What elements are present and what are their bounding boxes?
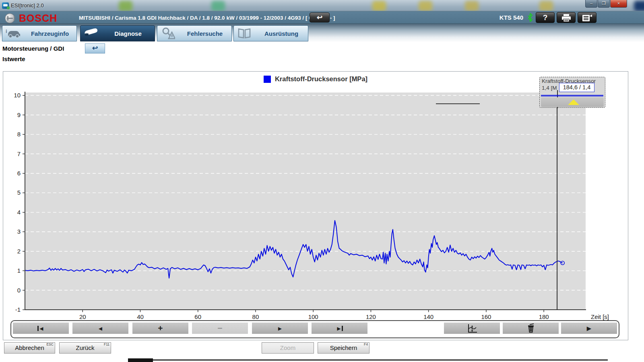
help-button[interactable]: ? (536, 12, 555, 23)
desktop-blob (372, 1, 386, 11)
x-tick-label: 180 (539, 313, 549, 320)
breadcrumb-system: Motorsteuerung / GDI (2, 45, 64, 52)
close-button[interactable]: × (610, 0, 627, 8)
x-tick-label: 60 (194, 313, 201, 320)
protocol-button[interactable] (578, 12, 597, 23)
svg-text:i: i (6, 28, 7, 34)
skip-start-icon: ◄ (39, 325, 45, 331)
device-label: KTS 540 (500, 14, 523, 21)
zoom-button[interactable]: Zoom (262, 342, 314, 354)
hotkey-label: F4 (364, 343, 368, 346)
desktop-blob (211, 1, 225, 11)
hotkey-label: F11 (104, 343, 109, 346)
taskbar-edge-line (153, 359, 608, 361)
chart-canvas: 109876543210-120406080100120140160180Zei… (3, 72, 628, 340)
x-axis-title: Zeit [s] (591, 313, 609, 320)
desktop-blob (119, 1, 132, 11)
chart-toolbar: ◄ ◄ + − ► ► (10, 320, 619, 338)
zoom-in-button[interactable]: + (132, 323, 188, 334)
tab-fehlersuche[interactable]: Fehlersuche (157, 25, 232, 41)
arrow-left-icon: ◄ (97, 325, 103, 331)
vehicle-info: MITSUBISHI / Carisma 1.8 GDI Hatchback /… (79, 15, 335, 21)
go-first-button[interactable]: ◄ (13, 323, 69, 334)
hotkey-label: ESC (47, 343, 54, 346)
button-label: Zurück (76, 344, 95, 351)
search-warning-icon (157, 27, 178, 39)
x-tick-label: 40 (137, 313, 144, 320)
plus-icon: + (158, 324, 163, 332)
tab-ausruestung[interactable]: Ausrüstung (233, 25, 308, 41)
minus-icon: − (217, 324, 222, 332)
play-button[interactable]: ► (561, 323, 617, 334)
breadcrumb-function: Istwerte (2, 56, 25, 62)
tab-label: Diagnose (101, 30, 155, 37)
car-info-icon: i (2, 28, 23, 39)
y-tick-label: 6 (17, 170, 21, 177)
back-icon: ↩ (317, 14, 322, 21)
tab-diagnose[interactable]: Diagnose (80, 25, 155, 41)
button-label: Speichern (330, 344, 357, 351)
tab-bar: i Fahrzeuginfo Diagnose Fehlersuche (0, 24, 644, 42)
chart-panel: 109876543210-120406080100120140160180Zei… (3, 71, 628, 340)
minimize-button[interactable]: – (585, 0, 597, 8)
y-tick-label: 8 (17, 131, 21, 138)
app-icon (2, 2, 9, 9)
x-tick-label: 140 (423, 313, 433, 320)
maximize-button[interactable]: ❐ (598, 0, 610, 8)
window-title: ESI[tronic] 2.0 (11, 2, 44, 8)
breadcrumb-back-button[interactable]: ↩ (85, 43, 105, 53)
window-controls: – ❐ × (585, 0, 627, 8)
abbrechen-button[interactable]: Abbrechen ESC (4, 342, 55, 354)
y-tick-label: 10 (14, 92, 21, 99)
tab-label: Fehlersuche (178, 30, 231, 37)
y-tick-label: 3 (17, 228, 21, 235)
bosch-wordmark: BOSCH (19, 12, 57, 24)
y-tick-label: 1 (17, 267, 21, 274)
zurueck-button[interactable]: Zurück F11 (59, 342, 111, 354)
desktop-blob (419, 1, 432, 11)
bar-glyph (342, 326, 343, 331)
trash-icon (526, 323, 536, 333)
print-button[interactable] (557, 12, 576, 23)
bosch-logo: BOSCH (5, 12, 57, 24)
step-forward-button[interactable]: ► (252, 323, 308, 334)
y-tick-label: -1 (15, 306, 21, 313)
taskbar-edge (128, 358, 153, 362)
bosch-anchor-icon (5, 13, 15, 23)
tab-label: Fahrzeuginfo (23, 30, 76, 37)
tooltip-rule (541, 95, 603, 97)
header-band: BOSCH MITSUBISHI / Carisma 1.8 GDI Hatch… (0, 11, 644, 24)
y-tick-label: 7 (17, 150, 21, 157)
chart-legend: Kraftstoff-Drucksensor [MPa] (3, 75, 628, 83)
x-tick-label: 160 (481, 313, 491, 320)
x-tick-label: 100 (308, 313, 318, 320)
cursor-tooltip: Kraftstoff-Drucksensor 1,4 [M 184,6 / 1,… (539, 77, 605, 108)
step-back-button[interactable]: ◄ (72, 323, 128, 334)
x-tick-label: 20 (79, 313, 86, 320)
header-back-button[interactable]: ↩ (310, 12, 330, 23)
button-label: Zoom (280, 344, 295, 351)
delete-button[interactable] (503, 323, 559, 334)
yellow-triangle-icon (568, 99, 579, 105)
scale-axis-icon (466, 323, 478, 333)
legend-label: Kraftstoff-Drucksensor [MPa] (275, 75, 367, 83)
y-tick-label: 5 (17, 189, 21, 196)
tab-fahrzeuginfo[interactable]: i Fahrzeuginfo (2, 25, 77, 41)
legend-swatch (264, 76, 271, 83)
tooltip-value-clipped: 1,4 [M (542, 85, 557, 91)
back-icon: ↩ (92, 44, 98, 52)
desktop-blob (539, 1, 553, 11)
book-icon (234, 28, 255, 39)
x-tick-label: 80 (252, 313, 259, 320)
y-tick-label: 0 (17, 287, 21, 294)
desktop-blob (634, 1, 644, 11)
auto-scale-button[interactable] (444, 323, 500, 334)
desktop-blob (465, 1, 479, 11)
bluetooth-icon (527, 13, 533, 22)
go-last-button[interactable]: ► (312, 323, 367, 334)
button-label: Abbrechen (15, 344, 44, 351)
y-tick-label: 4 (17, 209, 21, 216)
speichern-button[interactable]: Speichern F4 (318, 342, 369, 354)
cursor-value-box: 184,6 / 1,4 (559, 83, 594, 92)
zoom-out-button[interactable]: − (192, 323, 248, 334)
